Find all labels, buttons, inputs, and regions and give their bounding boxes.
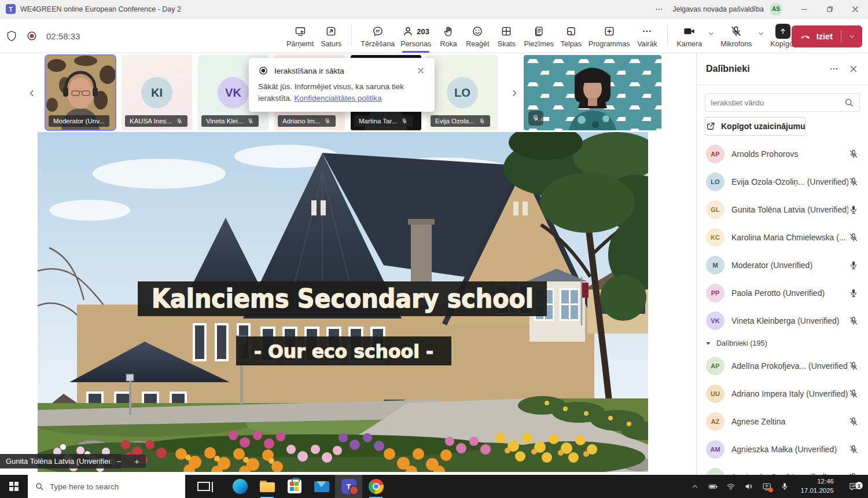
mic-muted-icon[interactable] [848,361,859,371]
video-tile-moderator[interactable]: Moderator (Unv... [45,55,116,130]
org-name: Jelgavas novada pašvaldība [672,5,764,13]
notes-button[interactable]: Piezīmes [521,21,556,53]
mic-muted-icon[interactable] [848,444,859,455]
zoom-in-button[interactable]: + [128,456,146,466]
mic-muted-icon[interactable] [848,149,859,159]
notification-close-icon[interactable] [416,66,425,75]
camera-options-chevron[interactable] [705,30,718,38]
titlebar-more-icon[interactable] [654,5,664,14]
participant-row[interactable]: AP Arnolds Prohorovs [697,140,868,168]
apps-button[interactable]: Programmas [586,21,633,53]
chrome-taskbar-button[interactable] [362,475,389,498]
edge-taskbar-button[interactable] [226,475,253,498]
participant-name: Paola Perotto (Unverified) [731,288,848,298]
notes-label: Piezīmes [524,40,553,48]
participant-name: Adriano Impera Italy (Unverified) [731,389,848,398]
panel-more-icon[interactable] [829,64,839,74]
participant-row[interactable]: AM Agnieszka Małka (Unverified) [697,435,868,463]
participant-row[interactable]: PP Paola Perotto (Unverified) [697,279,868,307]
rooms-button[interactable]: Telpas [557,21,586,53]
leave-options-chevron[interactable] [841,32,862,41]
minimize-button[interactable] [792,0,817,18]
avatar: LO [706,173,724,191]
slide-title: Kalnciems Secondary school [152,284,534,313]
account-avatar[interactable]: AS [770,3,782,16]
mic-muted-icon[interactable] [848,177,859,187]
content-button[interactable]: Saturs [317,21,345,53]
windows-logo-icon [9,482,19,491]
speaker-icon[interactable] [742,482,756,491]
raise-hand-button[interactable]: Roka [434,21,463,53]
avatar: AM [706,440,724,459]
takeover-button[interactable]: Pārņemt [284,21,317,53]
microphone-tray-icon[interactable] [778,482,792,491]
view-grid-icon [501,25,512,37]
mic-muted-icon[interactable] [848,316,859,326]
participant-search-input[interactable] [711,98,844,107]
react-button[interactable]: Reaģēt [463,21,492,53]
mic-on-icon[interactable] [848,204,859,215]
mail-taskbar-button[interactable] [308,475,335,498]
participant-name: Moderator (Unverified) [731,261,848,270]
leave-button[interactable]: Iziet [792,25,862,47]
taskbar-clock[interactable]: 12:46 17.01.2025 [796,477,838,495]
close-window-button[interactable] [843,0,868,18]
file-explorer-taskbar-button[interactable] [253,475,281,498]
teams-taskbar-button[interactable]: T [335,475,362,498]
privacy-policy-link[interactable]: Konfidencialitātes politika [294,94,382,102]
participant-row[interactable]: UU Adriano Impera Italy (Unverified) [697,380,868,408]
share-invite-button[interactable]: Kopīgot uzaicinājumu [705,117,806,136]
attendees-section-header[interactable]: Dalībnieki (195) [697,335,868,352]
mic-muted-icon[interactable] [848,389,859,399]
wifi-icon[interactable] [724,482,738,491]
recording-indicator-icon [26,30,38,42]
people-button[interactable]: 203 Personas [398,21,434,53]
recording-notification: Ierakstīšana ir sākta Sākāt jūs. Informē… [249,58,435,112]
taskbar-search[interactable] [28,475,185,498]
filmstrip-prev-chevron[interactable] [27,88,37,98]
participant-row[interactable]: VK Vineta Kleinberga (Unverified) [697,307,868,335]
video-tile-evija[interactable]: LO Evija Ozola... [427,55,498,130]
tray-chevron-up-icon[interactable] [688,482,702,490]
start-button[interactable] [0,475,28,498]
battery-icon[interactable] [706,482,720,491]
mic-muted-icon[interactable] [848,416,859,427]
avatar: LO [447,77,478,108]
notification-title: Ierakstīšana ir sākta [274,67,344,75]
task-view-button[interactable] [190,475,217,498]
participant-row[interactable]: AS Agnieszka S... (Unverified) [697,463,868,475]
video-tile-kausa[interactable]: KI KAUSA Ines... [122,55,192,130]
taskbar-search-input[interactable] [50,482,178,491]
restore-button[interactable] [817,0,843,18]
mic-muted-icon[interactable] [848,232,859,243]
filmstrip-next-chevron[interactable] [509,88,520,98]
participant-row[interactable]: GL Gunita Tolēna Latvia (Unverified) [697,196,868,224]
microphone-button[interactable]: Mikrofons [718,21,755,53]
action-center-button[interactable]: 1 [843,481,865,492]
panel-close-icon[interactable] [848,64,859,74]
toolbar-divider [667,25,668,46]
camera-icon [683,25,696,38]
in-meeting-list: AP Arnolds Prohorovs LO Evija Ozola-Ozol… [697,140,868,475]
participant-row[interactable]: KC Karolina Maria Chmielewska (... [697,224,868,251]
zoom-out-button[interactable]: − [110,456,128,466]
rooms-label: Telpas [561,40,582,48]
shared-screen-stage[interactable]: Kalnciems Secondary school - Our eco sch… [38,132,648,472]
participant-row[interactable]: LO Evija Ozola-Ozoliņ... (Unverified) [697,168,868,196]
more-button[interactable]: Vairāk [632,21,661,53]
record-icon [258,65,269,76]
view-button[interactable]: Skats [492,21,521,53]
participant-row[interactable]: AP Adelīna Prokofjeva... (Unverified) [697,352,868,380]
chat-button[interactable]: Tērzēšana [358,21,398,53]
mic-on-icon[interactable] [848,288,859,298]
microphone-options-chevron[interactable] [755,30,767,38]
spotlight-video-tile[interactable] [524,55,661,130]
participant-row[interactable]: AZ Agnese Zeltina [697,408,868,435]
screen-share-tray-icon[interactable] [760,482,774,491]
store-taskbar-button[interactable] [281,475,308,498]
participant-search[interactable] [705,93,860,112]
camera-button[interactable]: Kamera [674,21,705,53]
attendees-section-label: Dalībnieki (195) [716,339,767,347]
participant-row[interactable]: M Moderator (Unverified) [697,251,868,279]
mic-on-icon[interactable] [848,260,859,270]
